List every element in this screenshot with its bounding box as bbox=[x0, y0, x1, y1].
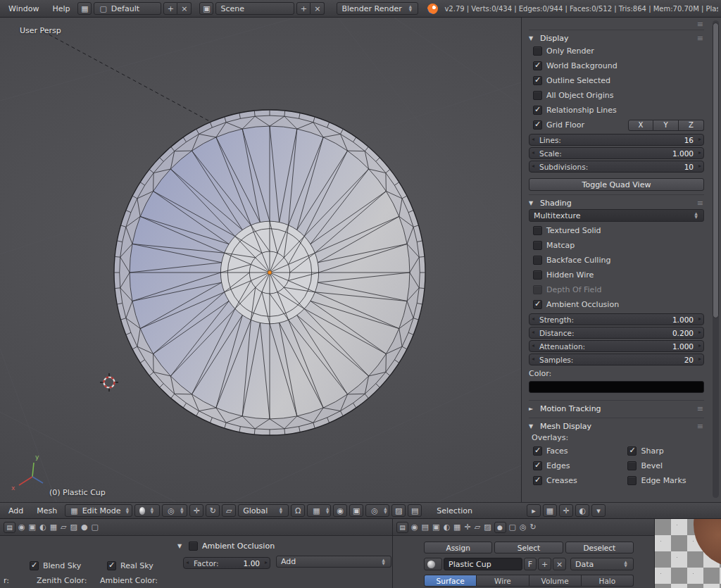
tab-wire[interactable]: Wire bbox=[477, 575, 529, 587]
display-mode-icon[interactable]: ◐ bbox=[575, 504, 589, 517]
panel-scrollbar[interactable] bbox=[713, 20, 719, 498]
backface-culling-checkbox[interactable] bbox=[533, 256, 542, 265]
tab-volume[interactable]: Volume bbox=[529, 575, 582, 587]
delete-scene-button[interactable]: × bbox=[311, 2, 325, 15]
tab-surface[interactable]: Surface bbox=[424, 575, 477, 587]
outline-selected-checkbox[interactable] bbox=[533, 76, 542, 85]
snap-element-selector[interactable]: ▦ bbox=[307, 504, 331, 517]
grid-subdivisions-slider[interactable]: Subdivisions:10 bbox=[529, 161, 704, 173]
axis-y-button[interactable]: Y bbox=[653, 120, 679, 131]
copy-down-icon[interactable]: ✛ bbox=[559, 504, 573, 517]
sharp-row[interactable]: Sharp bbox=[623, 444, 704, 458]
render-opengl-button[interactable]: ◉ bbox=[333, 504, 347, 517]
edges-row[interactable]: Edges bbox=[529, 458, 623, 473]
deselect-button[interactable]: Deselect bbox=[565, 542, 634, 553]
property-tab-data-icon[interactable]: ▨ bbox=[483, 523, 491, 532]
unlink-material-button[interactable]: × bbox=[553, 558, 566, 570]
select-button[interactable]: Select bbox=[494, 542, 563, 553]
matcap-row[interactable]: Matcap bbox=[529, 238, 704, 253]
3d-viewport[interactable]: yx User Persp (0) Plastic Cup ≡ ▼ Displa… bbox=[0, 18, 721, 502]
all-object-origins-checkbox[interactable] bbox=[533, 91, 542, 100]
render-engine-selector[interactable]: Blender Render bbox=[337, 2, 418, 15]
ao-world-panel-header[interactable]: ▼ Ambient Occlusion bbox=[177, 539, 275, 553]
delete-layout-button[interactable]: × bbox=[177, 2, 192, 15]
menu-help[interactable]: Help bbox=[46, 2, 75, 15]
mesh-wireframe[interactable]: yx bbox=[0, 18, 521, 502]
grid-scale-slider[interactable]: Scale:1.000 bbox=[529, 147, 704, 159]
ao-samples-slider[interactable]: Samples:20 bbox=[529, 354, 704, 365]
grid-lines-slider[interactable]: Lines:16 bbox=[529, 134, 704, 146]
layers-icon[interactable]: ▦ bbox=[543, 504, 557, 517]
proportional-edit-selector[interactable]: ◎ bbox=[365, 504, 389, 517]
all-object-origins-row[interactable]: All Object Origins bbox=[529, 88, 704, 103]
ao-distance-slider[interactable]: Distance:0.200 bbox=[529, 327, 704, 339]
new-material-button[interactable]: + bbox=[538, 558, 551, 570]
hidden-wire-row[interactable]: Hidden Wire bbox=[529, 268, 704, 282]
ao-blend-mode-dropdown[interactable]: Add bbox=[276, 556, 391, 568]
world-background-row[interactable]: World Background bbox=[529, 58, 704, 73]
ao-strength-slider[interactable]: Strength:1.000 bbox=[529, 313, 704, 325]
outline-selected-row[interactable]: Outline Selected bbox=[529, 73, 704, 88]
toggle-quad-view-button[interactable]: Toggle Quad View bbox=[529, 178, 704, 191]
viewport-shading-selector[interactable] bbox=[134, 504, 160, 517]
bevel-checkbox[interactable] bbox=[627, 461, 637, 470]
manipulator-rotate-button[interactable]: ↻ bbox=[206, 504, 220, 517]
property-tab-scene-icon[interactable]: ▣ bbox=[28, 523, 37, 532]
scene-browse-button[interactable]: ▣ bbox=[199, 2, 213, 15]
blend-sky-row[interactable]: Blend Sky bbox=[25, 558, 81, 573]
screen-layout-selector[interactable]: ▢ Default bbox=[94, 2, 161, 15]
property-tab-material-icon[interactable]: ● bbox=[80, 523, 89, 532]
display-panel-header[interactable]: ▼ Display ≡ bbox=[529, 30, 704, 44]
real-sky-checkbox[interactable] bbox=[107, 561, 116, 570]
edge-marks-row[interactable]: Edge Marks bbox=[623, 473, 704, 488]
grid-floor-checkbox[interactable] bbox=[533, 120, 542, 130]
property-tab-data-icon[interactable]: ▨ bbox=[70, 523, 78, 532]
vertex-select-mode-button[interactable]: ▨ bbox=[391, 504, 406, 517]
relationship-lines-row[interactable]: Relationship Lines bbox=[529, 103, 704, 118]
property-tab-material-icon[interactable]: ● bbox=[494, 522, 506, 533]
property-tab-object-icon[interactable]: ▦ bbox=[49, 523, 58, 532]
edges-checkbox[interactable] bbox=[533, 461, 542, 470]
material-browse-dropdown[interactable] bbox=[424, 558, 442, 570]
property-tab-particles-icon[interactable]: ◎ bbox=[519, 523, 527, 532]
property-tab-world-icon[interactable]: ◐ bbox=[39, 523, 47, 532]
shading-panel-header[interactable]: ▼ Shading ≡ bbox=[529, 194, 704, 208]
property-tab-scene-icon[interactable]: ▣ bbox=[432, 523, 440, 532]
pivot-point-selector[interactable]: ◎ bbox=[162, 504, 187, 517]
editor-type-button[interactable]: ▦ bbox=[77, 2, 92, 15]
faces-checkbox[interactable] bbox=[533, 446, 542, 456]
viewport-shading-mode-dropdown[interactable]: Multitexture bbox=[529, 209, 704, 222]
mode-selector[interactable]: ▦ Edit Mode bbox=[65, 504, 132, 517]
material-name-field[interactable]: Plastic Cup bbox=[444, 558, 522, 570]
world-background-checkbox[interactable] bbox=[533, 61, 542, 70]
snap-magnet-button[interactable]: Ω bbox=[291, 504, 305, 517]
pulldown-icon[interactable]: ▾ bbox=[591, 504, 606, 517]
only-render-checkbox[interactable] bbox=[533, 46, 542, 56]
backface-culling-row[interactable]: Backface Culling bbox=[529, 253, 704, 268]
menu-add[interactable]: Add bbox=[3, 504, 29, 518]
matcap-checkbox[interactable] bbox=[533, 241, 542, 250]
collapse-menus-icon[interactable]: ▸ bbox=[527, 504, 541, 517]
occlude-geometry-button[interactable]: ▤ bbox=[408, 504, 422, 517]
textured-solid-row[interactable]: Textured Solid bbox=[529, 223, 704, 238]
only-render-row[interactable]: Only Render bbox=[529, 44, 704, 58]
ambient-occlusion-row[interactable]: Ambient Occlusion bbox=[529, 297, 704, 312]
property-tab-world-icon[interactable]: ◐ bbox=[442, 523, 451, 532]
manipulator-scale-button[interactable]: ▱ bbox=[222, 504, 236, 517]
relationship-lines-checkbox[interactable] bbox=[533, 106, 542, 115]
manipulator-translate-button[interactable]: ✛ bbox=[189, 504, 203, 517]
property-tab-texture-icon[interactable]: ▢ bbox=[91, 523, 99, 532]
ambient-occlusion-checkbox[interactable] bbox=[533, 300, 542, 309]
property-tab-physics-icon[interactable]: ↻ bbox=[529, 523, 537, 532]
property-tab-layers-icon[interactable]: ▤ bbox=[421, 523, 430, 532]
ao-enable-checkbox[interactable] bbox=[189, 542, 198, 551]
creases-row[interactable]: Creases bbox=[529, 473, 623, 488]
editor-type-button[interactable]: ▤ bbox=[396, 522, 408, 533]
add-layout-button[interactable]: + bbox=[163, 2, 177, 15]
hidden-wire-checkbox[interactable] bbox=[533, 270, 542, 280]
blend-sky-checkbox[interactable] bbox=[30, 561, 39, 570]
faces-row[interactable]: Faces bbox=[529, 444, 623, 458]
bevel-row[interactable]: Bevel bbox=[623, 458, 704, 473]
property-tab-render-icon[interactable]: ◉ bbox=[18, 523, 26, 532]
assign-button[interactable]: Assign bbox=[424, 542, 492, 553]
